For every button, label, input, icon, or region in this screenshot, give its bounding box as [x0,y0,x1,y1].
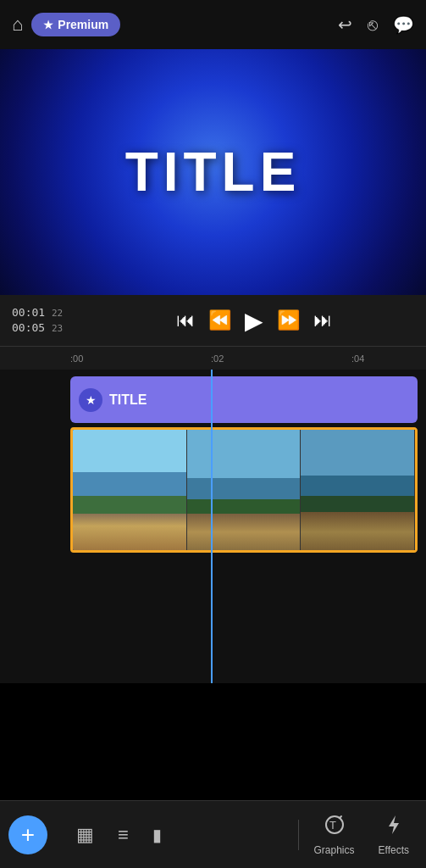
transport-controls: ⏮ ⏪ ▶ ⏩ ⏭ [93,307,414,335]
video-thumb-2 [187,430,302,550]
playhead [211,370,213,683]
preview-title: TITLE [125,141,302,203]
undo-icon[interactable]: ↩ [338,14,352,35]
ruler-mark-0: :00 [70,353,83,364]
effects-button[interactable]: Effects [367,808,421,861]
tool-timeline-button[interactable]: ▦ [64,817,106,853]
skip-back-button[interactable]: ⏮ [176,309,195,331]
header: ⌂ ★ Premium ↩ ⎋ 💬 [0,0,426,49]
header-left: ⌂ ★ Premium [12,13,120,36]
video-track-wrapper[interactable] [70,427,418,553]
timecode-bar: 00:01 22 00:05 23 ⏮ ⏪ ▶ ⏩ ⏭ [0,295,426,346]
chat-icon[interactable]: 💬 [393,14,414,35]
timeline[interactable]: ★ TITLE [0,370,426,683]
add-button[interactable]: + [8,815,47,854]
bottom-toolbar: + ▦ ≡ ▮ T Graphics [0,800,426,868]
layers-tool-icon: ▮ [152,825,162,845]
premium-button[interactable]: ★ Premium [31,13,120,36]
toolbar-right: T Graphics Effects [302,808,427,861]
video-track [73,430,415,550]
tool-layers-button[interactable]: ▮ [141,818,174,852]
effects-icon [382,813,406,843]
timecode-total: 00:05 23 [12,320,80,336]
list-tool-icon: ≡ [118,824,129,846]
skip-forward-button[interactable]: ⏭ [313,309,332,331]
timeline-tool-icon: ▦ [76,824,94,846]
graphics-label: Graphics [314,844,355,856]
svg-marker-2 [389,815,399,834]
premium-star-icon: ★ [43,19,53,31]
step-forward-button[interactable]: ⏩ [277,309,300,331]
preview-area: TITLE [0,49,426,295]
toolbar-separator [298,820,299,850]
title-star-icon: ★ [86,393,97,407]
home-icon[interactable]: ⌂ [12,14,23,36]
video-thumb-1 [73,430,187,550]
title-track-icon: ★ [79,388,102,412]
timecodes: 00:01 22 00:05 23 [12,305,80,336]
toolbar-tools: ▦ ≡ ▮ [56,817,295,853]
header-right: ↩ ⎋ 💬 [338,14,414,35]
step-back-button[interactable]: ⏪ [208,309,231,331]
toolbar-left: + [0,815,56,854]
title-track[interactable]: ★ TITLE [70,376,418,423]
timecode-current: 00:01 22 [12,305,80,320]
play-button[interactable]: ▶ [245,307,263,335]
graphics-button[interactable]: T Graphics [302,808,367,861]
ruler-mark-2: :02 [211,353,224,364]
video-thumb-3 [301,430,415,550]
tool-list-button[interactable]: ≡ [106,817,141,853]
title-track-label: TITLE [109,392,147,408]
timeline-ruler: :00 :02 :04 [0,346,426,370]
graphics-icon: T [323,813,346,843]
ruler-mark-4: :04 [351,353,364,364]
premium-label: Premium [58,18,108,31]
effects-label: Effects [379,844,409,856]
share-icon[interactable]: ⎋ [368,15,378,35]
svg-text:T: T [329,819,336,832]
